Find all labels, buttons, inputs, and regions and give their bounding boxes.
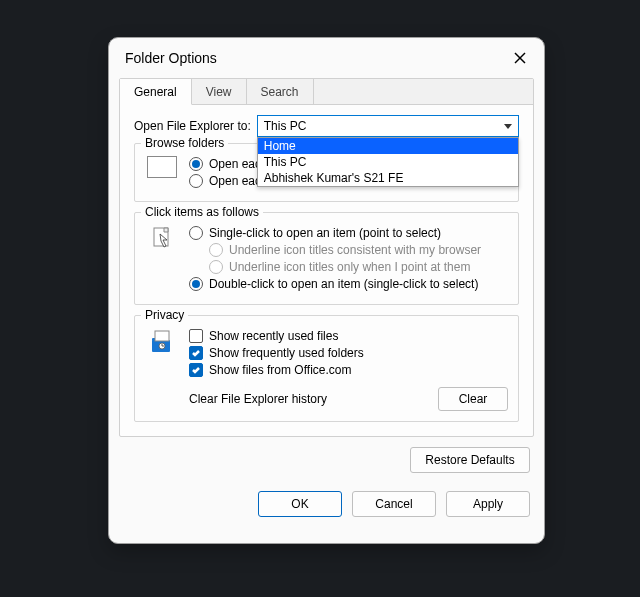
privacy-icon [145, 326, 179, 356]
tab-strip: General View Search [120, 79, 533, 105]
radio-single-click-label: Single-click to open an item (point to s… [209, 226, 441, 240]
clear-history-row: Clear File Explorer history Clear [189, 387, 508, 411]
clear-history-label: Clear File Explorer history [189, 392, 327, 406]
checkbox-icon [189, 329, 203, 343]
tab-general[interactable]: General [120, 79, 192, 105]
file-click-icon [145, 223, 179, 253]
check-recent-files-label: Show recently used files [209, 329, 338, 343]
radio-icon [189, 277, 203, 291]
dropdown-option-home[interactable]: Home [258, 138, 518, 154]
folder-icon [145, 154, 179, 178]
group-privacy-legend: Privacy [141, 308, 188, 322]
check-office-files[interactable]: Show files from Office.com [189, 363, 508, 377]
group-click-legend: Click items as follows [141, 205, 263, 219]
check-office-files-label: Show files from Office.com [209, 363, 352, 377]
tab-view[interactable]: View [192, 79, 247, 104]
group-browse-legend: Browse folders [141, 136, 228, 150]
radio-same-window-label: Open eac [209, 157, 261, 171]
open-explorer-dropdown: Home This PC Abhishek Kumar's S21 FE [257, 137, 519, 187]
dropdown-option-thispc[interactable]: This PC [258, 154, 518, 170]
check-frequent-folders[interactable]: Show frequently used folders [189, 346, 508, 360]
radio-underline-consistent-label: Underline icon titles consistent with my… [229, 243, 481, 257]
radio-icon [209, 260, 223, 274]
radio-double-click[interactable]: Double-click to open an item (single-cli… [189, 277, 508, 291]
checkbox-icon [189, 363, 203, 377]
radio-icon [189, 226, 203, 240]
radio-icon [189, 157, 203, 171]
chevron-down-icon [504, 124, 512, 129]
radio-double-click-label: Double-click to open an item (single-cli… [209, 277, 478, 291]
svg-rect-5 [155, 331, 169, 341]
tab-panel: General View Search Open File Explorer t… [119, 78, 534, 437]
dialog-title: Folder Options [125, 50, 217, 66]
group-click-items: Click items as follows Single-click to o… [134, 212, 519, 305]
dialog-buttons: OK Cancel Apply [109, 473, 544, 531]
open-explorer-label: Open File Explorer to: [134, 119, 251, 133]
group-privacy: Privacy Show recently used files Show fr… [134, 315, 519, 422]
dropdown-option-phone[interactable]: Abhishek Kumar's S21 FE [258, 170, 518, 186]
check-frequent-folders-label: Show frequently used folders [209, 346, 364, 360]
open-explorer-row: Open File Explorer to: This PC Home This… [134, 115, 519, 137]
radio-underline-consistent: Underline icon titles consistent with my… [209, 243, 508, 257]
close-button[interactable] [510, 48, 530, 68]
apply-button[interactable]: Apply [446, 491, 530, 517]
tab-search[interactable]: Search [247, 79, 314, 104]
combo-selected-text: This PC [264, 119, 307, 133]
check-recent-files[interactable]: Show recently used files [189, 329, 508, 343]
cancel-button[interactable]: Cancel [352, 491, 436, 517]
radio-single-click[interactable]: Single-click to open an item (point to s… [189, 226, 508, 240]
folder-options-dialog: Folder Options General View Search Open … [108, 37, 545, 544]
restore-defaults-button[interactable]: Restore Defaults [410, 447, 530, 473]
close-icon [514, 52, 526, 64]
open-explorer-combo-wrap: This PC Home This PC Abhishek Kumar's S2… [257, 115, 519, 137]
ok-button[interactable]: OK [258, 491, 342, 517]
radio-underline-point: Underline icon titles only when I point … [209, 260, 508, 274]
restore-row: Restore Defaults [109, 447, 530, 473]
general-panel: Open File Explorer to: This PC Home This… [120, 105, 533, 436]
titlebar: Folder Options [109, 38, 544, 78]
clear-button[interactable]: Clear [438, 387, 508, 411]
checkbox-icon [189, 346, 203, 360]
radio-icon [189, 174, 203, 188]
radio-icon [209, 243, 223, 257]
open-explorer-combo[interactable]: This PC [257, 115, 519, 137]
radio-underline-point-label: Underline icon titles only when I point … [229, 260, 470, 274]
